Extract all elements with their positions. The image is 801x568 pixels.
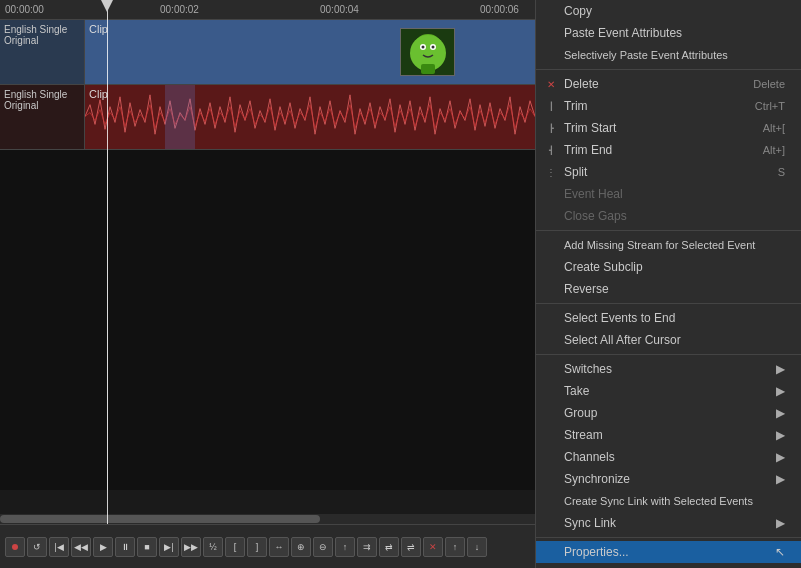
svg-point-5: [422, 46, 425, 49]
zoom-in-button[interactable]: ⊕: [291, 537, 311, 557]
trim-start-icon: ┣: [544, 121, 558, 135]
svg-rect-7: [421, 64, 435, 74]
menu-item-trim-end[interactable]: ┫ Trim End Alt+]: [536, 139, 801, 161]
play-backward-button[interactable]: ◀◀: [71, 537, 91, 557]
submenu-arrow-switches: ▶: [776, 362, 785, 376]
menu-item-delete[interactable]: ✕ Delete Delete: [536, 73, 801, 95]
ruler-marker-0: 00:00:00: [5, 4, 44, 15]
menu-item-stream[interactable]: Stream ▶: [536, 424, 801, 446]
menu-divider-2: [536, 230, 801, 231]
audio-track: English Single Original Clip // Will gen…: [0, 85, 535, 150]
submenu-arrow-take: ▶: [776, 384, 785, 398]
split-icon: ⋮: [544, 165, 558, 179]
video-track: English Single Original Clip: [0, 20, 535, 85]
menu-item-reverse[interactable]: Reverse: [536, 278, 801, 300]
zoom-out-button[interactable]: ⊖: [313, 537, 333, 557]
menu-item-create-subclip[interactable]: Create Subclip: [536, 256, 801, 278]
playhead-top: [101, 0, 113, 12]
volume-down-button[interactable]: ↓: [467, 537, 487, 557]
menu-divider-4: [536, 354, 801, 355]
ruler-marker-2: 00:00:04: [320, 4, 359, 15]
thumbnail-svg: [401, 29, 455, 76]
submenu-arrow-channels: ▶: [776, 450, 785, 464]
sync-button[interactable]: ⇌: [401, 537, 421, 557]
menu-item-synchronize[interactable]: Synchronize ▶: [536, 468, 801, 490]
loop-button[interactable]: ↺: [27, 537, 47, 557]
shuffle-button[interactable]: ⇄: [379, 537, 399, 557]
slow-button[interactable]: ½: [203, 537, 223, 557]
track-label-audio: English Single Original: [4, 89, 80, 111]
menu-item-select-all-after-cursor[interactable]: Select All After Cursor: [536, 329, 801, 351]
menu-item-paste-event-attributes[interactable]: Paste Event Attributes: [536, 22, 801, 44]
track-header-audio: English Single Original: [0, 85, 85, 149]
pause-button[interactable]: ⏸: [115, 537, 135, 557]
cursor-line: [107, 150, 108, 490]
menu-item-copy[interactable]: Copy: [536, 0, 801, 22]
menu-item-properties[interactable]: Properties... ↖: [536, 541, 801, 563]
submenu-arrow-synchronize: ▶: [776, 472, 785, 486]
skip-end-button[interactable]: ▶|: [159, 537, 179, 557]
audio-clip-label: Clip: [89, 88, 108, 100]
cursor-button[interactable]: ↑: [335, 537, 355, 557]
video-thumbnail: [400, 28, 455, 76]
menu-divider-3: [536, 303, 801, 304]
mute-button[interactable]: ✕: [423, 537, 443, 557]
menu-item-close-gaps[interactable]: Close Gaps: [536, 205, 801, 227]
menu-item-trim-start[interactable]: ┣ Trim Start Alt+[: [536, 117, 801, 139]
empty-track-area: [0, 150, 535, 490]
video-clip[interactable]: Clip: [85, 20, 535, 84]
submenu-arrow-sync-link: ▶: [776, 516, 785, 530]
context-menu: Copy Paste Event Attributes Selectively …: [535, 0, 801, 568]
audio-clip[interactable]: Clip // Will generate waveform via JS be…: [85, 85, 535, 149]
trim-in-button[interactable]: [: [225, 537, 245, 557]
menu-item-create-sync-link[interactable]: Create Sync Link with Selected Events: [536, 490, 801, 512]
timeline-area: 00:00:00 00:00:02 00:00:04 00:00:06 Engl…: [0, 0, 535, 568]
menu-item-selectively-paste[interactable]: Selectively Paste Event Attributes: [536, 44, 801, 66]
timeline-ruler: 00:00:00 00:00:02 00:00:04 00:00:06: [0, 0, 535, 20]
delete-icon: ✕: [544, 77, 558, 91]
timeline-scrollbar[interactable]: [0, 514, 535, 524]
trim-end-icon: ┫: [544, 143, 558, 157]
menu-divider-5: [536, 537, 801, 538]
menu-item-trim[interactable]: ┃ Trim Ctrl+T: [536, 95, 801, 117]
menu-item-take[interactable]: Take ▶: [536, 380, 801, 402]
skip-start-button[interactable]: |◀: [49, 537, 69, 557]
menu-item-select-events-to-end[interactable]: Select Events to End: [536, 307, 801, 329]
record-button[interactable]: [5, 537, 25, 557]
svg-point-10: [12, 544, 18, 550]
scrollbar-thumb[interactable]: [0, 515, 320, 523]
ripple-button[interactable]: ⇉: [357, 537, 377, 557]
play-button[interactable]: ▶: [93, 537, 113, 557]
menu-divider-1: [536, 69, 801, 70]
fast-forward-button[interactable]: ▶▶: [181, 537, 201, 557]
ruler-marker-3: 00:00:06: [480, 4, 519, 15]
svg-rect-9: [165, 85, 195, 149]
slip-button[interactable]: ↔: [269, 537, 289, 557]
menu-item-split[interactable]: ⋮ Split S: [536, 161, 801, 183]
menu-item-channels[interactable]: Channels ▶: [536, 446, 801, 468]
cursor-indicator: ↖: [775, 545, 785, 559]
stop-button[interactable]: ■: [137, 537, 157, 557]
menu-item-sync-link[interactable]: Sync Link ▶: [536, 512, 801, 534]
track-label-video: English Single Original: [4, 24, 80, 46]
trim-icon: ┃: [544, 99, 558, 113]
trim-out-button[interactable]: ]: [247, 537, 267, 557]
svg-point-6: [432, 46, 435, 49]
submenu-arrow-group: ▶: [776, 406, 785, 420]
menu-item-group[interactable]: Group ▶: [536, 402, 801, 424]
waveform-svg: // Will generate waveform via JS below: [85, 85, 535, 149]
transport-bar: ↺ |◀ ◀◀ ▶ ⏸ ■ ▶| ▶▶ ½ [ ] ↔ ⊕ ⊖ ↑ ⇉ ⇄ ⇌ …: [0, 524, 535, 568]
menu-item-event-heal[interactable]: Event Heal: [536, 183, 801, 205]
menu-item-add-missing-stream[interactable]: Add Missing Stream for Selected Event: [536, 234, 801, 256]
track-header-video: English Single Original: [0, 20, 85, 84]
ruler-marker-1: 00:00:02: [160, 4, 199, 15]
video-clip-label: Clip: [89, 23, 108, 35]
submenu-arrow-stream: ▶: [776, 428, 785, 442]
volume-up-button[interactable]: ↑: [445, 537, 465, 557]
menu-item-switches[interactable]: Switches ▶: [536, 358, 801, 380]
